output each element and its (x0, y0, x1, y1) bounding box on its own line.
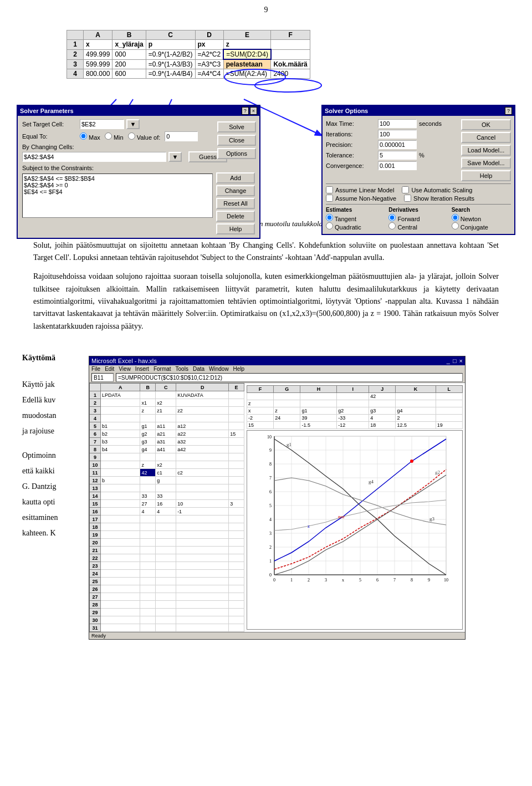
radio-forward[interactable]: Forward (388, 214, 448, 222)
change-btn[interactable]: Change (216, 185, 255, 196)
constraints-side-buttons: Add Change Reset All Delete Help (216, 172, 255, 234)
kautta-opti-label: kautta opti (22, 494, 83, 510)
ss-cell-f3: Kok.määrä (271, 59, 310, 69)
excel-col-c: C (156, 384, 176, 391)
radio-min[interactable] (105, 132, 112, 140)
options-btn[interactable]: Options (217, 148, 256, 159)
excel-col-a: A (101, 384, 140, 391)
ss-cell-a2: 499.999 (84, 49, 112, 59)
save-model-btn[interactable]: Save Model... (461, 157, 511, 169)
excel-row-27: 27 (90, 593, 244, 601)
excel-row-3: 3 z z1 z2 (90, 407, 244, 415)
ss-cell-e1: z (223, 40, 271, 50)
muodostan-label: muodostan (22, 408, 83, 423)
reset-all-btn[interactable]: Reset All (216, 198, 255, 209)
ss-cell-a1: x (84, 40, 112, 50)
kayttoma-label: Käyttömä (22, 350, 83, 366)
changing-cells-browse-btn[interactable]: ▼ (168, 152, 182, 162)
menu-file[interactable]: File (91, 366, 100, 372)
y-label-10: 10 (267, 435, 272, 440)
target-cell-input[interactable] (80, 119, 124, 129)
chart-red-dot (410, 460, 413, 463)
radio-central[interactable]: Central (388, 222, 448, 231)
close-btn[interactable]: Close (217, 135, 256, 146)
excel-row-12: 12 b g (90, 477, 244, 484)
y-label-2: 2 (269, 545, 272, 550)
radio-conjugate[interactable]: Conjugate (452, 222, 511, 231)
convergence-input[interactable] (378, 161, 417, 170)
assume-non-neg-cb[interactable] (326, 195, 333, 202)
solve-btn[interactable]: Solve (217, 121, 256, 132)
menu-format[interactable]: Format (154, 366, 171, 372)
excel-chart-area: F G H I J K L 42 z xz (244, 383, 465, 632)
ss-cell-d4: =A4*C4 (195, 69, 223, 79)
excel-row-9: 9 (90, 453, 244, 461)
chart-label-nor: nor (338, 514, 345, 519)
ss-col-d: D (195, 30, 223, 40)
ok-btn[interactable]: OK (461, 119, 511, 130)
ss-row-1: 1 (67, 40, 84, 50)
use-auto-scaling-label: Use Automatic Scaling (411, 187, 472, 193)
solver-params-close-btn[interactable]: × (250, 107, 257, 115)
assume-linear-cb[interactable] (326, 186, 333, 193)
ss-cell-b2: 000 (112, 49, 146, 59)
menu-data[interactable]: Data (193, 366, 204, 372)
radio-min-label[interactable]: Min (105, 132, 124, 141)
excel-row-10: 10 z x2 (90, 461, 244, 469)
tolerance-input[interactable] (378, 151, 417, 160)
menu-window[interactable]: Window (209, 366, 229, 372)
delete-btn[interactable]: Delete (216, 211, 255, 222)
left-labels-col: Käyttömä Käyttö jak Edellä kuv muodostan… (22, 350, 83, 645)
excel-col-b: B (140, 384, 156, 391)
menu-insert[interactable]: Insert (135, 366, 149, 372)
constraint-1: $A$2:$A$4 <= $B$2:$B$4 (24, 175, 211, 182)
ss-col-f: F (271, 30, 310, 40)
solver-options-question-btn[interactable]: ? (505, 107, 512, 115)
excel-minimize-btn[interactable]: _ (447, 358, 450, 364)
excel-menubar: File Edit View Insert Format Tools Data … (89, 365, 465, 372)
menu-tools[interactable]: Tools (176, 366, 188, 372)
options-main-area: Max Time: seconds Iterations: Precision:… (326, 119, 511, 181)
excel-left-data: A B C D E 1 LPDATA KUVAD (89, 383, 244, 632)
so-help-btn[interactable]: Help (461, 170, 511, 181)
formula-bar-content[interactable]: =SUMPRODUCT($C$10:$D$10,C12:D12) (116, 373, 463, 382)
radio-max[interactable] (80, 132, 87, 140)
radio-value-label[interactable]: Value of: (128, 132, 161, 141)
assume-non-neg-row: Assume Non-Negative Show Iteration Resul… (326, 195, 511, 202)
precision-input[interactable] (378, 140, 417, 149)
show-iteration-cb[interactable] (404, 195, 411, 202)
radio-quadratic[interactable]: Quadratic (326, 222, 385, 231)
radio-tangent[interactable]: Tangent (326, 214, 385, 222)
target-cell-label: Set Target Cell: (22, 121, 78, 127)
max-time-input[interactable] (378, 119, 417, 128)
solver-params-question-btn[interactable]: ? (242, 107, 249, 115)
excel-statusbar: Ready (89, 632, 465, 639)
excel-row-21: 21 (90, 547, 244, 554)
y-label-3: 3 (269, 531, 272, 536)
excel-formula-bar: B11 =SUMPRODUCT($C$10:$D$10,C12:D12) (89, 372, 465, 383)
iterations-input[interactable] (378, 130, 417, 139)
ss-row-2: 2 (67, 49, 84, 59)
excel-row-6: 6 b2 g2 a21 a22 15 (90, 430, 244, 438)
assume-linear-row: Assume Linear Model Use Automatic Scalin… (326, 186, 511, 193)
excel-row-22: 22 (90, 554, 244, 562)
menu-edit[interactable]: Edit (105, 366, 114, 372)
target-cell-browse-btn[interactable]: ▼ (126, 119, 140, 129)
cancel-btn[interactable]: Cancel (461, 132, 511, 143)
sp-help-btn[interactable]: Help (216, 223, 255, 234)
constraints-box: $A$2:$A$4 <= $B$2:$B$4 $A$2:$A$4 >= 0 $E… (22, 173, 213, 218)
radio-max-label[interactable]: Max (80, 132, 100, 141)
radio-newton[interactable]: Newton (452, 214, 511, 222)
load-model-btn[interactable]: Load Model... (461, 145, 511, 156)
add-btn[interactable]: Add (216, 172, 255, 183)
excel-close-btn[interactable]: × (459, 358, 463, 364)
use-auto-scaling-cb[interactable] (402, 186, 409, 193)
excel-maximize-btn[interactable]: □ (453, 358, 457, 364)
menu-view[interactable]: View (119, 366, 131, 372)
changing-cells-input[interactable] (22, 152, 166, 162)
radio-value-of[interactable] (128, 132, 135, 140)
cell-ref-box[interactable]: B11 (91, 373, 114, 382)
excel-row-30: 30 (90, 616, 244, 624)
menu-help[interactable]: Help (233, 366, 245, 372)
value-of-input[interactable] (165, 131, 198, 141)
